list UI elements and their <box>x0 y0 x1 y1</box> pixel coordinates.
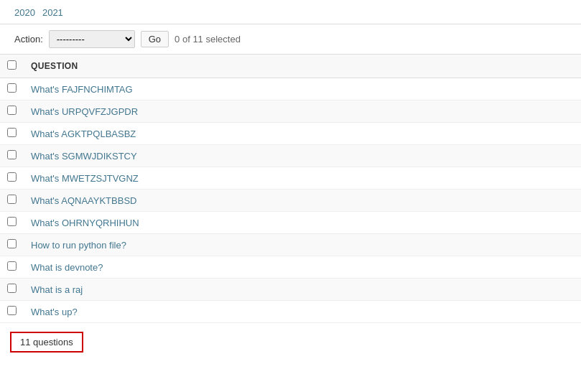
action-select[interactable]: --------- <box>49 30 135 48</box>
row-checkbox-3[interactable] <box>7 150 17 159</box>
row-checkbox-5[interactable] <box>7 195 17 204</box>
go-button[interactable]: Go <box>141 31 169 47</box>
table-row: What's FAJFNCHIMTAG <box>0 78 581 101</box>
table-row: What is devnote? <box>0 256 581 279</box>
question-link-10[interactable]: What's up? <box>31 307 78 317</box>
select-all-checkbox[interactable] <box>7 60 17 70</box>
question-link-4[interactable]: What's MWETZSJTVGNZ <box>31 173 139 184</box>
question-link-8[interactable]: What is devnote? <box>31 262 103 273</box>
table-row: What's URPQVFZJGPDR <box>0 101 581 123</box>
question-link-1[interactable]: What's URPQVFZJGPDR <box>31 106 138 117</box>
table-row: What's AQNAAYKTBBSD <box>0 190 581 212</box>
row-checkbox-2[interactable] <box>7 128 17 137</box>
table-header: QUESTION <box>0 55 581 78</box>
row-checkbox-7[interactable] <box>7 239 17 248</box>
table-row: What's SGMWJDIKSTCY <box>0 145 581 167</box>
questions-table: QUESTION What's FAJFNCHIMTAG What's URPQ… <box>0 54 581 323</box>
table-row: What's up? <box>0 301 581 323</box>
year-tabs: 2020 2021 <box>0 0 581 24</box>
table-row: How to run python file? <box>0 234 581 256</box>
tab-2021[interactable]: 2021 <box>42 7 63 18</box>
question-link-0[interactable]: What's FAJFNCHIMTAG <box>31 84 133 95</box>
table-row: What's MWETZSJTVGNZ <box>0 167 581 190</box>
count-box: 11 questions <box>10 332 83 353</box>
row-checkbox-9[interactable] <box>7 284 17 293</box>
row-checkbox-10[interactable] <box>7 306 17 315</box>
table-row: What is a raj <box>0 279 581 301</box>
table-row: What's AGKTPQLBASBZ <box>0 123 581 145</box>
row-checkbox-1[interactable] <box>7 106 17 115</box>
question-link-5[interactable]: What's AQNAAYKTBBSD <box>31 195 136 206</box>
row-checkbox-0[interactable] <box>7 83 17 93</box>
tab-2020[interactable]: 2020 <box>14 7 35 18</box>
action-bar: Action: --------- Go 0 of 11 selected <box>0 24 581 54</box>
question-link-6[interactable]: What's OHRNYQRHIHUN <box>31 218 139 228</box>
row-checkbox-4[interactable] <box>7 172 17 182</box>
question-link-7[interactable]: How to run python file? <box>31 240 126 251</box>
action-label: Action: <box>14 34 43 45</box>
table-body: What's FAJFNCHIMTAG What's URPQVFZJGPDR … <box>0 78 581 323</box>
table-row: What's OHRNYQRHIHUN <box>0 212 581 234</box>
row-checkbox-6[interactable] <box>7 217 17 226</box>
column-header-question: QUESTION <box>24 55 581 78</box>
selected-info: 0 of 11 selected <box>175 34 241 45</box>
question-link-9[interactable]: What is a raj <box>31 284 83 295</box>
row-checkbox-8[interactable] <box>7 261 17 271</box>
footer-bar: 11 questions <box>0 326 581 358</box>
question-link-3[interactable]: What's SGMWJDIKSTCY <box>31 151 137 162</box>
question-link-2[interactable]: What's AGKTPQLBASBZ <box>31 129 136 139</box>
